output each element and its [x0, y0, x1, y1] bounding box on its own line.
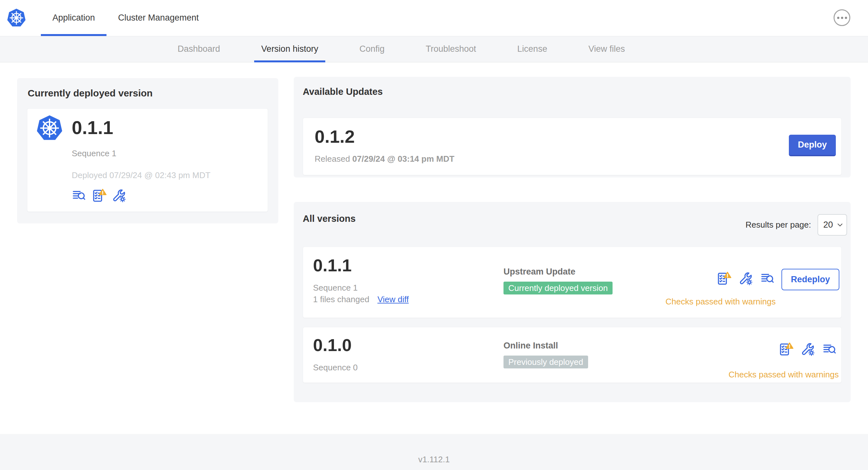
row-version-number: 0.1.0: [313, 336, 352, 354]
view-diff-link[interactable]: View diff: [377, 295, 409, 304]
currently-deployed-card: Currently deployed version 0.1.1 Sequenc…: [17, 78, 278, 224]
subnav-tab-view-files[interactable]: View files: [581, 36, 632, 62]
files-changed-text: 1 files changed: [313, 295, 369, 304]
preflight-checks-warning-icon[interactable]: [716, 271, 731, 286]
kubernetes-app-icon: [36, 114, 63, 142]
config-wrench-icon[interactable]: [800, 342, 815, 357]
chevron-down-icon: [837, 224, 843, 227]
row-version-number: 0.1.1: [313, 257, 352, 274]
row-sequence: Sequence 0: [313, 363, 358, 373]
subnav-tab-version-history[interactable]: Version history: [254, 36, 325, 62]
admin-console-page: Application Cluster Management Dashboard…: [0, 0, 868, 470]
preflight-status-text: Checks passed with warnings: [665, 297, 776, 307]
kubernetes-logo-icon: [6, 8, 26, 28]
subnav-tab-config[interactable]: Config: [352, 36, 392, 62]
all-versions-card: All versions Results per page: 20 0.1.1 …: [294, 202, 850, 402]
top-nav: Application Cluster Management: [41, 0, 210, 36]
row-sequence: Sequence 1: [313, 283, 358, 293]
console-version: v1.112.1: [0, 455, 868, 465]
update-version-number: 0.1.2: [315, 128, 355, 146]
release-notes-icon[interactable]: [760, 271, 775, 286]
redeploy-button[interactable]: Redeploy: [781, 269, 839, 290]
current-version-panel: 0.1.1 Sequence 1 Deployed 07/29/24 @ 02:…: [27, 108, 268, 212]
deploy-button[interactable]: Deploy: [789, 135, 836, 156]
available-updates-title: Available Updates: [303, 87, 383, 97]
ellipsis-icon: [837, 17, 839, 19]
page-footer: v1.112.1: [0, 434, 868, 470]
results-per-page-select[interactable]: 20: [817, 214, 847, 236]
preflight-checks-warning-icon[interactable]: [779, 342, 793, 357]
results-per-page-label: Results per page:: [745, 214, 811, 236]
subnav-tab-license[interactable]: License: [510, 36, 554, 62]
results-per-page-value: 20: [823, 220, 833, 230]
currently-deployed-title: Currently deployed version: [28, 88, 153, 99]
release-notes-icon[interactable]: [822, 342, 837, 357]
config-wrench-icon[interactable]: [112, 189, 126, 203]
version-row-0.1.0: 0.1.0 Sequence 0 Online Install Previous…: [303, 327, 842, 383]
ellipsis-icon: [845, 17, 847, 19]
row-source-label: Online Install: [503, 341, 558, 351]
current-version-sequence: Sequence 1: [72, 148, 117, 159]
update-released-line: Released 07/29/24 @ 03:14 pm MDT: [315, 154, 454, 164]
current-version-deployed-at: Deployed 07/29/24 @ 02:43 pm MDT: [72, 170, 210, 180]
update-row: 0.1.2 Released 07/29/24 @ 03:14 pm MDT D…: [303, 118, 842, 175]
top-header: Application Cluster Management: [0, 0, 868, 36]
currently-deployed-badge: Currently deployed version: [503, 281, 613, 295]
overflow-menu-button[interactable]: [834, 9, 850, 26]
subnav-tab-dashboard[interactable]: Dashboard: [170, 36, 227, 62]
previously-deployed-badge: Previously deployed: [503, 356, 588, 368]
available-updates-card: Available Updates 0.1.2 Released 07/29/2…: [294, 77, 850, 177]
preflight-status-text: Checks passed with warnings: [729, 370, 839, 380]
all-versions-title: All versions: [303, 213, 355, 224]
row-files-changed-line: 1 files changed View diff: [313, 295, 409, 304]
row-source-label: Upstream Update: [503, 267, 576, 277]
tab-application[interactable]: Application: [41, 0, 106, 36]
current-version-number: 0.1.1: [72, 118, 113, 137]
ellipsis-icon: [841, 17, 843, 19]
subnav-tab-troubleshoot[interactable]: Troubleshoot: [418, 36, 483, 62]
released-prefix: Released: [315, 154, 352, 164]
released-date: 07/29/24 @ 03:14 pm MDT: [352, 154, 454, 164]
tab-cluster-management[interactable]: Cluster Management: [106, 0, 210, 36]
app-subnav: Dashboard Version history Config Trouble…: [0, 36, 868, 62]
release-notes-icon[interactable]: [72, 189, 87, 203]
config-wrench-icon[interactable]: [738, 271, 753, 286]
preflight-checks-warning-icon[interactable]: [92, 189, 106, 203]
version-row-0.1.1: 0.1.1 Sequence 1 1 files changed View di…: [303, 246, 842, 318]
